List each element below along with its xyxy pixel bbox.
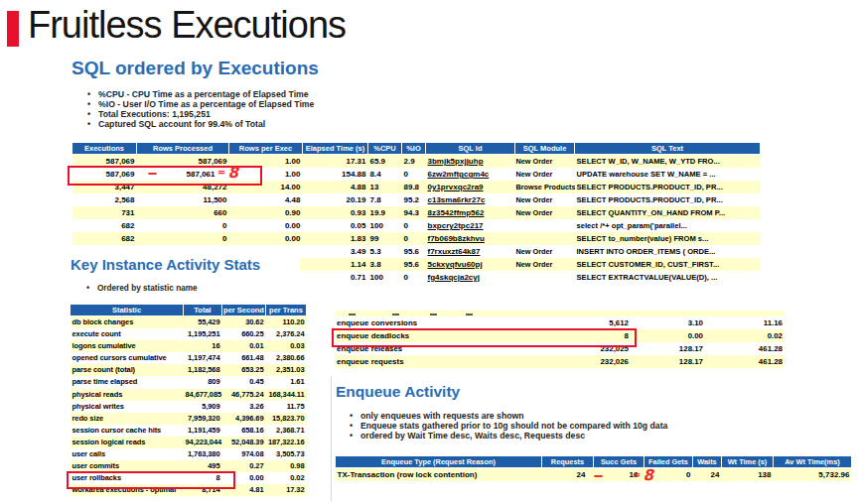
col-header-sql-text: SQL Text [575, 143, 761, 155]
sql-id-link[interactable]: 5ckxyqfvu60pj [426, 258, 515, 271]
table-row: 7316600.900.9319.994.38z3542ffmp562New O… [72, 206, 761, 219]
bullet-item: %IO - User I/O Time as a percentage of E… [87, 99, 314, 109]
sql-id-link[interactable]: 6zw2mftgcgm4c [426, 168, 515, 181]
col-header-io: %IO [402, 143, 426, 155]
bullet-item: Total Executions: 1,195,251 [87, 109, 314, 119]
table-row: logons cumulative160.010.03 [71, 340, 307, 352]
col-header-per-second: per Second [222, 305, 266, 316]
instance-activity-stats-table: Statistic Total per Second per Trans db … [70, 304, 306, 496]
bullet-item: Ordered by statistic name [86, 284, 198, 293]
table-row-enqueue-deadlocks: enqueue deadlocks80.000.02 [335, 329, 785, 342]
enqueue-stats-fragment-table: enqueue conversions5,6123.1011.16 enqueu… [335, 311, 785, 368]
sql-id-link[interactable]: bxpcry2tpc217 [426, 219, 515, 232]
sql-section-bullets: %CPU - CPU Time as a percentage of Elaps… [87, 89, 314, 129]
table-row: physical reads84,677,08546,775.24168,344… [71, 389, 307, 401]
table-row: parse count (total)1,182,568653.252,351.… [71, 364, 307, 376]
table-row: 68200.001.83990f7b069b8zkhvuSELECT to_nu… [72, 232, 761, 245]
table-row: redo size7,959,3204,396.6915,823.70 [71, 413, 307, 425]
col-header-executions: Executions [72, 143, 137, 155]
sql-id-link[interactable]: f7rxuxzt64k87 [426, 245, 515, 258]
sql-id-link[interactable]: 8z3542ffmp562 [426, 206, 515, 219]
table-row-user-rollbacks: user rollbacks80.000.02 [71, 472, 307, 484]
col-header-av-wt-time: Av Wt Time(ms) [774, 456, 852, 468]
table-row: 68200.000.051000bxpcry2tpc217select /*+ … [72, 219, 761, 232]
sql-id-link[interactable]: c13sma6rkr27c [426, 193, 515, 206]
col-header-sql-module: SQL Module [515, 143, 575, 155]
table-row: parse time elapsed8090.451.61 [71, 376, 307, 388]
sql-id-link[interactable]: f7b069b8zkhvu [426, 232, 515, 245]
table-header-row: Statistic Total per Second per Trans [71, 305, 307, 316]
col-header-rows-processed: Rows Processed [137, 143, 229, 155]
col-header-statistic: Statistic [71, 305, 184, 316]
col-header-elapsed-time: Elapsed Time (s) [303, 143, 368, 155]
enqueue-section-bullets: only enqueues with requests are shown En… [350, 412, 667, 441]
col-header-cpu: %CPU [368, 143, 402, 155]
col-header-total: Total [184, 305, 222, 316]
table-row: db block changes55,42930.62110.20 [71, 316, 307, 329]
col-header-sql-id: SQL Id [426, 143, 515, 155]
stats-section-bullets: Ordered by statistic name [86, 284, 198, 293]
col-header-enqueue-type: Enqueue Type (Request Reason) [336, 456, 542, 468]
table-row: workarea executions - optimal8,7144.8117… [71, 484, 307, 496]
table-row: enqueue conversions5,6123.1011.16 [335, 316, 785, 329]
bullet-item: ordered by Wait Time desc, Waits desc, R… [350, 432, 667, 441]
stats-section-heading: Key Instance Activity Stats [71, 256, 260, 273]
enqueue-section-heading: Enqueue Activity [336, 383, 460, 401]
bullet-item: Captured SQL account for 99.4% of Total [87, 119, 314, 129]
clipped-partial-row [335, 311, 785, 317]
annotation-minus: - [593, 468, 604, 482]
sql-id-link[interactable]: 0y1prvxqc2ra9 [426, 181, 515, 193]
sql-id-link[interactable]: 3bmjk5pxjjuhp [426, 155, 515, 169]
table-row: session logical reads94,223,04452,048.39… [71, 437, 307, 448]
table-header-row: Executions Rows Processed Rows per Exec … [72, 143, 761, 155]
table-row: enqueue releases232,025128.17461.28 [335, 342, 785, 355]
annotation-equals-8: =8 [217, 164, 238, 182]
table-row: enqueue requests232,026128.17461.28 [335, 355, 785, 368]
table-row: execute count1,195,251660.252,376.24 [71, 328, 307, 340]
sql-section-heading: SQL ordered by Executions [72, 58, 319, 79]
table-row: 587,069587,0691.0017.3165.92.93bmjk5pxjj… [72, 155, 761, 169]
table-row: user commits4950.270.98 [71, 460, 307, 472]
annotation-equals-8: =8 [633, 466, 653, 484]
col-header-wt-time: Wt Time (s) [722, 456, 774, 468]
table-header-row: Enqueue Type (Request Reason) Requests S… [336, 456, 852, 468]
col-header-waits: Waits [693, 456, 722, 468]
sql-id-link[interactable]: fg4skqcja2cyj [426, 271, 515, 284]
enqueue-activity-table: Enqueue Type (Request Reason) Requests S… [335, 455, 851, 481]
fragment-edge-line [331, 376, 332, 501]
bullet-item: %CPU - CPU Time as a percentage of Elaps… [87, 89, 314, 99]
table-row: session cursor cache hits1,191,459658.16… [71, 425, 307, 437]
col-header-per-trans: per Trans [266, 305, 307, 316]
table-row: physical writes5,9093.2611.75 [71, 401, 307, 413]
annotation-minus: - [147, 166, 158, 180]
col-header-requests: Requests [542, 456, 594, 468]
col-header-rows-per-exec: Rows per Exec [229, 143, 303, 155]
title-accent-bar [7, 11, 19, 47]
table-row: 3,44748,27214.004.881389.80y1prvxqc2ra9B… [72, 181, 761, 193]
page-title: Fruitless Executions [28, 4, 346, 47]
table-row: opened cursors cumulative1,197,474661.48… [71, 352, 307, 364]
table-row: user calls1,763,380974.083,505.73 [71, 448, 307, 460]
table-row: 587,069587,0611.00154.888.406zw2mftgcgm4… [72, 168, 761, 181]
table-row: 2,56811,5004.4820.197.895.2c13sma6rkr27c… [72, 193, 761, 206]
